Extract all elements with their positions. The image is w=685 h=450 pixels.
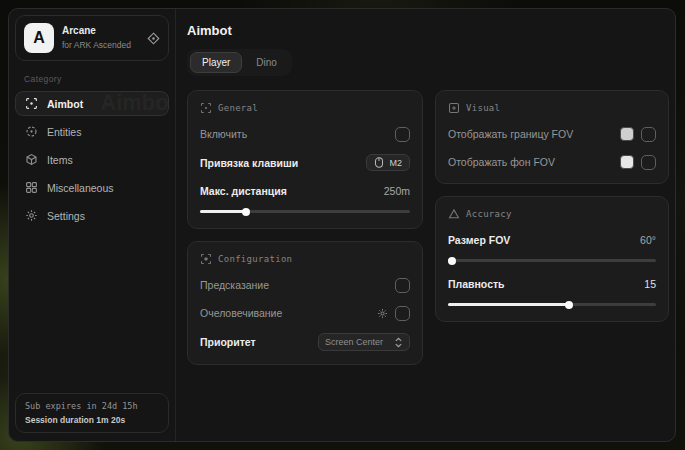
chevrons-up-down-icon	[394, 337, 403, 348]
panel-title: Accuracy	[466, 209, 512, 219]
package-icon	[25, 153, 38, 166]
radar-icon	[25, 125, 38, 138]
prediction-label: Предсказание	[200, 279, 269, 291]
fov-border-color-swatch[interactable]	[620, 127, 634, 141]
fov-bg-checkbox[interactable]	[641, 155, 656, 170]
tab-player[interactable]: Player	[190, 52, 242, 73]
fov-size-value: 60°	[640, 234, 656, 246]
app-subtitle: for ARK Ascended	[62, 40, 139, 51]
brand-card: A Arcane for ARK Ascended	[15, 15, 169, 61]
fov-bg-label: Отображать фон FOV	[448, 156, 555, 168]
app-name: Arcane	[62, 25, 139, 38]
app-logo: A	[24, 23, 54, 53]
sidebar-item-miscellaneous[interactable]: Miscellaneous	[15, 175, 169, 200]
main-content: Aimbot Player Dino	[176, 9, 676, 441]
plus-square-icon	[448, 102, 460, 114]
category-label: Category	[24, 74, 169, 84]
enable-checkbox[interactable]	[395, 127, 410, 142]
sidebar-item-label: Entities	[47, 126, 81, 138]
sidebar-item-aimbot[interactable]: Aimbot Aimbot	[15, 91, 169, 116]
fov-border-label: Отображать границу FOV	[448, 128, 573, 140]
crosshair-icon	[25, 97, 38, 110]
target-icon[interactable]	[147, 32, 160, 45]
humanization-label: Очеловечивание	[200, 307, 282, 319]
priority-label: Приоритет	[200, 336, 256, 348]
distance-slider[interactable]	[200, 207, 410, 215]
slider-thumb[interactable]	[565, 301, 573, 309]
scan-icon	[200, 102, 212, 114]
priority-select[interactable]: Screen Center	[318, 333, 410, 351]
page-title: Aimbot	[187, 23, 669, 38]
panel-general: General Включить Привязка клавиши	[187, 90, 423, 229]
grid-icon	[25, 181, 38, 194]
keybind-label: Привязка клавиши	[200, 157, 298, 169]
session-card: Sub expires in 24d 15h Session duration …	[15, 393, 169, 433]
humanization-checkbox[interactable]	[395, 306, 410, 321]
panel-title: General	[218, 103, 258, 113]
slider-thumb[interactable]	[242, 208, 250, 216]
panel-title: Visual	[466, 103, 500, 113]
prediction-checkbox[interactable]	[395, 278, 410, 293]
sidebar-item-label: Items	[47, 154, 73, 166]
fov-border-checkbox[interactable]	[641, 127, 656, 142]
fov-bg-color-swatch[interactable]	[620, 155, 634, 169]
sidebar-item-settings[interactable]: Settings	[15, 203, 169, 228]
keybind-button[interactable]: M2	[366, 154, 410, 171]
smoothness-label: Плавность	[448, 278, 505, 290]
session-duration-text: Session duration 1m 20s	[25, 415, 159, 425]
fov-size-label: Размер FOV	[448, 234, 510, 246]
cheat-menu-window: A Arcane for ARK Ascended Category	[8, 8, 676, 442]
priority-value: Screen Center	[325, 337, 383, 347]
triangle-icon	[448, 208, 460, 220]
tab-dino[interactable]: Dino	[244, 52, 289, 73]
keybind-value: M2	[389, 158, 402, 168]
gear-icon[interactable]	[377, 308, 388, 319]
scan-icon	[200, 253, 212, 265]
game-background: A Arcane for ARK Ascended Category	[0, 0, 685, 450]
distance-value: 250m	[384, 185, 410, 197]
mouse-icon	[374, 157, 384, 168]
smoothness-value: 15	[644, 278, 656, 290]
sidebar-item-label: Aimbot	[47, 98, 83, 110]
panel-configuration: Configuration Предсказание Очеловечивани…	[187, 241, 423, 365]
smoothness-slider[interactable]	[448, 300, 656, 308]
sidebar-item-entities[interactable]: Entities	[15, 119, 169, 144]
distance-label: Макс. дистанция	[200, 185, 287, 197]
sidebar-nav: Aimbot Aimbot Entities	[15, 91, 169, 228]
sidebar-item-label: Settings	[47, 210, 85, 222]
panel-accuracy: Accuracy Размер FOV 60° Плавность	[435, 196, 669, 322]
sidebar-item-items[interactable]: Items	[15, 147, 169, 172]
panel-visual: Visual Отображать границу FOV Отображать…	[435, 90, 669, 184]
gear-icon	[25, 209, 38, 222]
panel-title: Configuration	[218, 254, 292, 264]
ghost-label: Aimbot	[100, 91, 169, 116]
enable-label: Включить	[200, 128, 247, 140]
sidebar: A Arcane for ARK Ascended Category	[9, 9, 176, 441]
sidebar-item-label: Miscellaneous	[47, 182, 114, 194]
fov-size-slider[interactable]	[448, 256, 656, 264]
tab-bar: Player Dino	[187, 49, 292, 76]
sub-expires-text: Sub expires in 24d 15h	[25, 401, 159, 411]
slider-thumb[interactable]	[448, 257, 456, 265]
